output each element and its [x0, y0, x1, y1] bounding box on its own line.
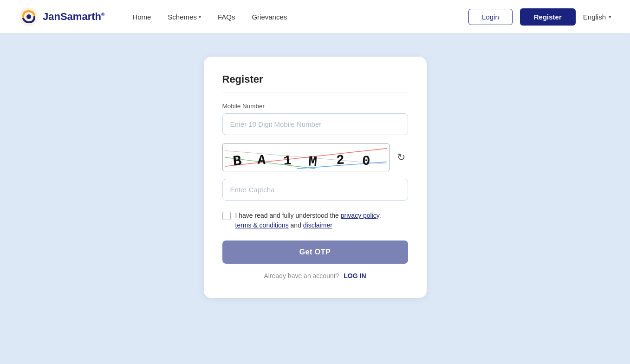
svg-text:2: 2 — [336, 153, 344, 169]
logo-text: JanSamarth® — [43, 11, 104, 23]
login-button[interactable]: Login — [468, 9, 513, 25]
captcha-image: B A 1 M 2 0 — [222, 143, 390, 171]
captcha-input[interactable] — [222, 179, 408, 201]
svg-text:M: M — [308, 153, 318, 170]
language-chevron-icon: ▾ — [609, 14, 611, 20]
disclaimer-link[interactable]: disclaimer — [303, 221, 332, 229]
nav-grievances[interactable]: Grievances — [252, 13, 287, 21]
register-card: Register Mobile Number B A 1 M 2 — [204, 57, 427, 298]
captcha-svg: B A 1 M 2 0 — [223, 144, 389, 171]
main-content: Register Mobile Number B A 1 M 2 — [0, 33, 630, 364]
register-title: Register — [222, 73, 408, 85]
captcha-row: B A 1 M 2 0 ↻ — [222, 143, 408, 171]
mobile-input[interactable] — [222, 113, 408, 135]
title-divider — [222, 92, 408, 92]
get-otp-button[interactable]: Get OTP — [222, 240, 408, 264]
privacy-policy-link[interactable]: privacy policy — [341, 212, 379, 219]
captcha-refresh-button[interactable]: ↻ — [395, 150, 407, 165]
terms-checkbox-row: I have read and fully understood the pri… — [222, 211, 408, 230]
terms-checkbox[interactable] — [222, 212, 231, 220]
svg-text:0: 0 — [362, 153, 370, 169]
svg-text:A: A — [257, 153, 266, 169]
nav-faqs[interactable]: FAQs — [218, 13, 235, 21]
header-actions: Login Register English ▾ — [468, 8, 611, 26]
already-account-row: Already have an account? LOG IN — [222, 272, 408, 280]
mobile-label: Mobile Number — [222, 103, 408, 110]
logo[interactable]: JanSamarth® — [19, 6, 104, 27]
schemes-chevron-icon: ▾ — [199, 14, 201, 20]
nav-home[interactable]: Home — [132, 13, 151, 21]
logo-icon — [19, 6, 39, 27]
svg-text:B: B — [232, 153, 242, 169]
terms-conditions-link[interactable]: terms & conditions — [235, 221, 289, 229]
language-selector[interactable]: English ▾ — [583, 13, 611, 21]
header: JanSamarth® Home Schemes ▾ FAQs Grievanc… — [0, 0, 630, 33]
svg-text:1: 1 — [283, 153, 292, 169]
main-nav: Home Schemes ▾ FAQs Grievances — [132, 13, 468, 21]
register-button[interactable]: Register — [520, 8, 576, 26]
nav-schemes[interactable]: Schemes ▾ — [168, 13, 201, 21]
svg-point-1 — [26, 14, 31, 19]
log-in-link[interactable]: LOG IN — [344, 272, 366, 280]
terms-text: I have read and fully understood the pri… — [235, 211, 381, 230]
